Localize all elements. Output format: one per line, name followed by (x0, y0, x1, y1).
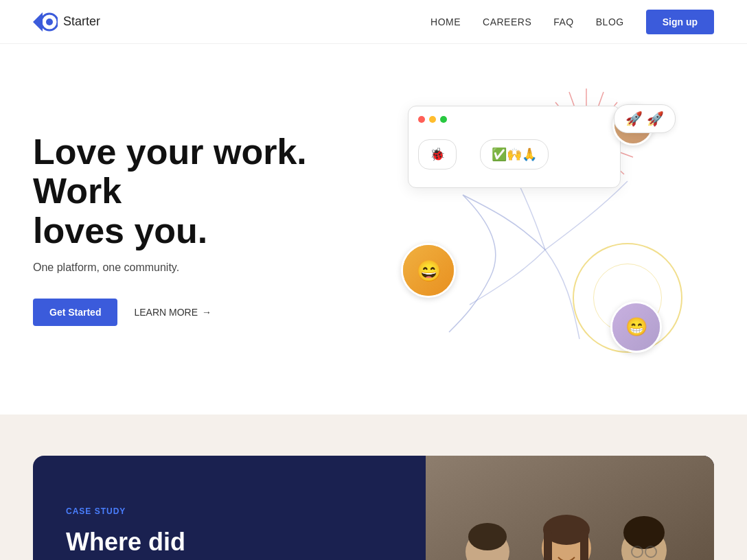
case-study-tag: CASE STUDY (66, 506, 393, 516)
brand-name: Starter (63, 14, 100, 29)
dot-red (418, 116, 425, 123)
nav-careers[interactable]: CAREERS (483, 16, 531, 27)
avatar-3: 😁 (610, 301, 662, 353)
dot-yellow (429, 116, 436, 123)
svg-point-29 (623, 516, 665, 549)
nav-links: HOME CAREERS FAQ BLOG Sign up (430, 10, 714, 34)
case-study-title: Where did everyone go? (66, 527, 393, 560)
svg-point-19 (468, 523, 507, 550)
svg-rect-24 (544, 530, 552, 560)
signup-button[interactable]: Sign up (646, 10, 714, 34)
chat-bubble-2: ✅🙌🙏 (480, 139, 549, 170)
nav-blog[interactable]: BLOG (596, 16, 624, 27)
people-photo (426, 456, 714, 560)
avatar-2: 😄 (401, 243, 456, 298)
dot-green (440, 116, 447, 123)
illustration: 🐞 ✅🙌🙏 🚀 🚀 😊 😄 (394, 85, 682, 373)
case-study-content: CASE STUDY Where did everyone go? (33, 456, 426, 560)
navbar: Starter HOME CAREERS FAQ BLOG Sign up (0, 0, 747, 44)
section-case-study: CASE STUDY Where did everyone go? (0, 415, 747, 560)
hero-title: Love your work. Work loves you. (33, 132, 363, 250)
chat-bubble-1: 🐞 (418, 139, 457, 170)
browser-dots (418, 116, 610, 123)
hero-section: Love your work. Work loves you. One plat… (0, 44, 747, 415)
get-started-button[interactable]: Get Started (33, 299, 117, 326)
learn-more-link[interactable]: LEARN MORE → (134, 307, 211, 318)
svg-rect-25 (580, 530, 588, 560)
logo[interactable]: Starter (33, 12, 100, 32)
hero-content: Love your work. Work loves you. One plat… (33, 132, 363, 326)
logo-icon (33, 12, 58, 32)
hero-actions: Get Started LEARN MORE → (33, 299, 363, 326)
browser-card: 🐞 ✅🙌🙏 (408, 106, 621, 188)
nav-faq[interactable]: FAQ (553, 16, 574, 27)
hero-illustration: 🐞 ✅🙌🙏 🚀 🚀 😊 😄 (363, 71, 714, 387)
case-study-image (426, 456, 714, 560)
case-study-card: CASE STUDY Where did everyone go? (33, 456, 714, 560)
nav-home[interactable]: HOME (430, 16, 461, 27)
svg-point-2 (46, 19, 53, 25)
rocket-bubble: 🚀 🚀 (614, 104, 676, 133)
hero-subtitle: One platform, one community. (33, 261, 363, 274)
